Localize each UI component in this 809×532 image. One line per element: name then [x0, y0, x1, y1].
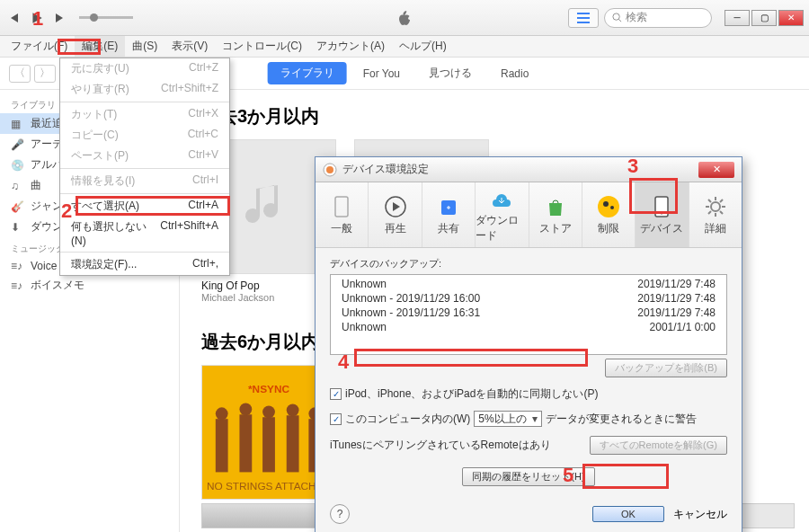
- svg-rect-5: [262, 417, 275, 472]
- svg-point-23: [661, 211, 663, 214]
- gear-icon: [703, 194, 728, 219]
- tab-radio[interactable]: Radio: [488, 64, 541, 84]
- ok-button[interactable]: OK: [592, 506, 664, 522]
- svg-rect-6: [287, 415, 299, 472]
- playlist-icon: ≡♪: [11, 279, 23, 292]
- device-icon: [649, 194, 674, 219]
- menu-song[interactable]: 曲(S): [125, 36, 164, 57]
- nav-back-button[interactable]: 〈: [9, 65, 31, 83]
- share-icon: [436, 194, 461, 219]
- next-track-button[interactable]: [52, 10, 68, 26]
- volume-slider[interactable]: [79, 16, 133, 19]
- parental-icon: [596, 194, 621, 219]
- menu-controls[interactable]: コントロール(C): [215, 36, 309, 57]
- svg-text:NO STRINGS ATTACHED: NO STRINGS ATTACHED: [207, 480, 331, 492]
- dlg-tab-sharing[interactable]: 共有: [422, 182, 476, 247]
- svg-rect-4: [239, 414, 252, 472]
- unpair-remotes-button[interactable]: すべてのRemoteを解除(G): [590, 436, 727, 455]
- search-placeholder: 検索: [626, 10, 647, 25]
- tab-browse[interactable]: 見つける: [416, 62, 485, 84]
- dd-info[interactable]: 情報を見る(I)Ctrl+I: [60, 171, 229, 191]
- dlg-tab-advanced[interactable]: 詳細: [689, 182, 742, 247]
- dlg-tab-general[interactable]: 一般: [316, 182, 369, 247]
- dialog-close-button[interactable]: ✕: [698, 162, 734, 178]
- help-button[interactable]: ?: [330, 504, 350, 524]
- window-close-button[interactable]: ✕: [778, 10, 804, 26]
- menu-file[interactable]: ファイル(F): [4, 36, 75, 57]
- chevron-down-icon: ▾: [532, 412, 538, 425]
- sidebar-playlist-memo[interactable]: ≡♪ボイスメモ: [0, 275, 179, 296]
- dlg-tab-devices[interactable]: デバイス: [636, 182, 689, 247]
- dd-preferences[interactable]: 環境設定(F)...Ctrl+,: [60, 254, 229, 275]
- download-icon: ⬇: [11, 221, 23, 234]
- bag-icon: [543, 194, 568, 219]
- search-icon: [612, 13, 622, 22]
- svg-point-24: [711, 202, 720, 211]
- dd-redo[interactable]: やり直す(R)Ctrl+Shift+Z: [60, 79, 229, 100]
- list-view-button[interactable]: [568, 8, 599, 28]
- dialog-tabs: 一般 再生 共有 ダウンロード ストア 制限 デバイス 詳細: [316, 182, 742, 248]
- backup-list[interactable]: Unknown2019/11/29 7:48 Unknown - 2019/11…: [330, 274, 727, 355]
- svg-rect-16: [335, 197, 348, 217]
- play-button[interactable]: [29, 10, 45, 26]
- dlg-tab-store[interactable]: ストア: [529, 182, 582, 247]
- menu-view[interactable]: 表示(V): [164, 36, 215, 57]
- menu-edit[interactable]: 編集(E): [75, 36, 125, 57]
- backup-list-label: デバイスのバックアップ:: [330, 257, 727, 270]
- percent-select[interactable]: 5%以上の▾: [474, 411, 541, 427]
- maximize-button[interactable]: ▢: [751, 10, 777, 26]
- section-title-3m: 過去3か月以内: [201, 104, 787, 129]
- nav-forward-button[interactable]: 〉: [34, 65, 56, 83]
- prevent-sync-checkbox-row[interactable]: ✓ iPod、iPhone、およびiPadを自動的に同期しない(P): [330, 386, 727, 402]
- dd-cut[interactable]: カット(T)Ctrl+X: [60, 104, 229, 125]
- reset-sync-history-button[interactable]: 同期の履歴をリセット(H): [462, 467, 594, 486]
- tab-foryou[interactable]: For You: [351, 64, 413, 84]
- dd-undo[interactable]: 元に戻す(U)Ctrl+Z: [60, 58, 229, 79]
- tab-library[interactable]: ライブラリ: [268, 62, 347, 84]
- svg-rect-3: [216, 419, 228, 472]
- checkbox-checked-icon[interactable]: ✓: [330, 388, 342, 400]
- svg-point-8: [216, 407, 228, 420]
- svg-point-10: [262, 405, 275, 418]
- svg-point-15: [326, 166, 333, 173]
- edit-dropdown: 元に戻す(U)Ctrl+Z やり直す(R)Ctrl+Shift+Z カット(T)…: [59, 58, 230, 276]
- svg-text:*NSYNC: *NSYNC: [248, 383, 289, 395]
- warn-checkbox-row[interactable]: ✓ このコンピュータ内の(W) 5%以上の▾ データが変更されるときに警告: [330, 411, 727, 427]
- playlist-icon: ≡♪: [11, 260, 23, 272]
- checkbox-checked-icon[interactable]: ✓: [330, 413, 342, 425]
- menubar: ファイル(F) 編集(E) 曲(S) 表示(V) コントロール(C) アカウント…: [0, 36, 809, 58]
- dd-copy[interactable]: コピー(C)Ctrl+C: [60, 125, 229, 146]
- delete-backup-button[interactable]: バックアップを削除(B): [605, 359, 727, 377]
- svg-point-11: [287, 403, 299, 416]
- menu-help[interactable]: ヘルプ(H): [392, 36, 454, 57]
- dlg-tab-restrictions[interactable]: 制限: [582, 182, 636, 247]
- dialog-titlebar[interactable]: デバイス環境設定 ✕: [316, 157, 742, 182]
- backup-row[interactable]: Unknown - 2019/11/29 16:002019/11/29 7:4…: [333, 291, 725, 306]
- backup-row[interactable]: Unknown - 2019/11/29 16:312019/11/29 7:4…: [333, 306, 725, 320]
- dd-paste[interactable]: ペースト(P)Ctrl+V: [60, 146, 229, 166]
- svg-point-0: [613, 13, 619, 20]
- dlg-tab-downloads[interactable]: ダウンロード: [476, 182, 529, 247]
- menu-account[interactable]: アカウント(A): [309, 36, 392, 57]
- grid-icon: ▦: [11, 118, 23, 130]
- svg-point-21: [610, 206, 614, 209]
- svg-point-20: [603, 201, 609, 207]
- dlg-tab-playback[interactable]: 再生: [369, 182, 422, 247]
- album-icon: 💿: [11, 159, 23, 172]
- mic-icon: 🎤: [11, 138, 23, 151]
- remote-status-label: iTunesにペアリングされているRemoteはあり: [330, 438, 551, 453]
- cancel-button[interactable]: キャンセル: [673, 507, 727, 522]
- general-icon: [329, 194, 354, 219]
- dd-select-none[interactable]: 何も選択しない(N)Ctrl+Shift+A: [60, 217, 229, 250]
- cloud-download-icon: [489, 186, 514, 211]
- search-input[interactable]: 検索: [604, 8, 712, 28]
- device-preferences-dialog: デバイス環境設定 ✕ 一般 再生 共有 ダウンロード ストア 制限 デバイス 詳…: [315, 156, 742, 532]
- backup-row[interactable]: Unknown2001/1/1 0:00: [333, 320, 725, 334]
- dd-select-all[interactable]: すべて選択(A)Ctrl+A: [60, 196, 229, 217]
- play-icon: [383, 194, 408, 219]
- prev-track-button[interactable]: [5, 10, 22, 26]
- dialog-title: デバイス環境設定: [342, 162, 698, 177]
- backup-row[interactable]: Unknown2019/11/29 7:48: [333, 277, 725, 291]
- prevent-sync-label: iPod、iPhone、およびiPadを自動的に同期しない(P): [345, 386, 598, 402]
- minimize-button[interactable]: ─: [725, 10, 750, 26]
